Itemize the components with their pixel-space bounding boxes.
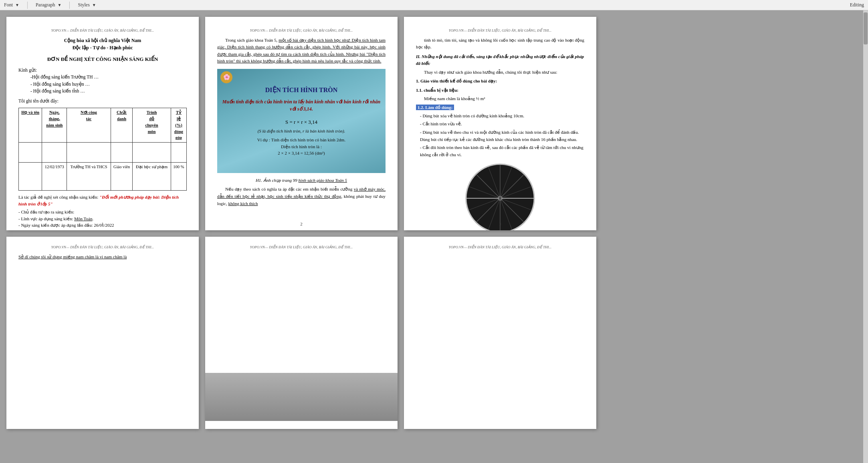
th-trinh-do: Trìnhđộchuyênmôn: [133, 108, 171, 143]
p2-formula: S = r × r × 3,14: [285, 118, 317, 126]
top-row: YOPO.VN— DIỄN ĐÀN TÀI LIỆU, GIÁO ÁN, BÀI…: [0, 10, 868, 237]
p2-content: Trong sách giáo khoa Toán 5, một số bài …: [217, 37, 386, 65]
p3-dash3: - Dùng bút xóa vẽ theo chu vi và một đườ…: [420, 129, 584, 143]
p1-hoi-dong3: - Hội đồng sáng kiến tỉnh …: [30, 88, 187, 95]
th-ho-ten: Họ và tên: [19, 108, 42, 143]
td-ty: [171, 143, 186, 163]
styles-section: Styles ▼: [78, 2, 96, 8]
p2-example-calc: 2 × 2 × 3,14 = 12,56 (dm²): [257, 150, 345, 157]
p2-image-box: 🌸 DIỆN TÍCH HÌNH TRÒN Muốn tính diện tíc…: [217, 69, 386, 173]
page-2: YOPO.VN— DIỄN ĐÀN TÀI LIỆU, GIÁO ÁN, BÀI…: [205, 17, 398, 230]
p1-mon-toan: Môn Toán: [74, 216, 92, 221]
p1-header: YOPO.VN— DIỄN ĐÀN TÀI LIỆU, GIÁO ÁN, BÀI…: [18, 28, 187, 34]
divider1: [27, 2, 28, 9]
p3-item12-text: 1.2. Làm đồ dùng:: [416, 105, 454, 110]
scrollbar-vertical[interactable]: [863, 10, 868, 463]
p2-header: YOPO.VN— DIỄN ĐÀN TÀI LIỆU, GIÁO ÁN, BÀI…: [217, 28, 386, 34]
p3-thay-vi: Thay vì dạy như sách giáo khoa hướng dẫn…: [416, 69, 584, 76]
pages-container: YOPO.VN— DIỄN ĐÀN TÀI LIỆU, GIÁO ÁN, BÀI…: [0, 10, 868, 463]
p4-content-text: Sở dĩ chúng tôi sử dụng miếng nam châm l…: [18, 254, 127, 259]
p1-kinh-gui-label: Kính gửi:: [18, 68, 37, 72]
p1-toi-ghi: Tôi ghi tên dưới đây:: [18, 98, 187, 105]
p5-image-placeholder: [205, 373, 398, 421]
table-row-empty: [19, 143, 187, 163]
divider2: [69, 2, 70, 9]
styles-label: Styles: [78, 2, 89, 8]
p2-image-title: DIỆN TÍCH HÌNH TRÒN: [265, 85, 338, 95]
p3-item1: 1. Giáo viên thiết kế đồ dùng cho bài dạ…: [416, 78, 584, 85]
td-chuc: [111, 143, 132, 163]
page-3: YOPO.VN— DIỄN ĐÀN TÀI LIỆU, GIÁO ÁN, BÀI…: [404, 17, 596, 230]
p1-title-block: Cộng hòa xã hội chủ nghĩa Việt Nam Độc l…: [18, 37, 187, 51]
td-name: [19, 143, 42, 163]
toolbar: Font ▼ Paragraph ▼ Styles ▼ Editing: [0, 0, 868, 10]
p2-logo: 🌸: [220, 71, 232, 83]
p1-hoi-dong1: -Hội đồng sáng kiến Trường TH …: [30, 74, 187, 81]
font-label: Font: [4, 2, 13, 8]
th-chuc-danh: Chứcdanh: [111, 108, 132, 143]
p2-image-caption: H1. Ảnh chụp trang 99 hình sách giáo kho…: [217, 177, 386, 184]
editing-label: Editing: [850, 2, 864, 8]
p3-page-number: 3: [499, 221, 501, 227]
page-4: YOPO.VN— DIỄN ĐÀN TÀI LIỆU, GIÁO ÁN, BÀI…: [6, 237, 199, 429]
p2-example-text: Ví dụ : Tính diện tích hình tròn có bán …: [257, 137, 345, 143]
font-dropdown-icon[interactable]: ▼: [15, 3, 19, 7]
td-date: [42, 143, 67, 163]
page-5: YOPO.VN— DIỄN ĐÀN TÀI LIỆU, GIÁO ÁN, BÀI…: [205, 237, 398, 429]
p3-header: YOPO.VN— DIỄN ĐÀN TÀI LIỆU, GIÁO ÁN, BÀI…: [416, 28, 584, 34]
p2-page-number: 2: [300, 221, 303, 227]
page-1: YOPO.VN— DIỄN ĐÀN TÀI LIỆU, GIÁO ÁN, BÀI…: [6, 17, 199, 230]
td-chuc2: Giáo viên: [111, 163, 132, 191]
p3-section2-title: II. Những nội dung đã cải tiến, sáng tạo…: [416, 53, 584, 67]
td-ty2: 100 %: [171, 163, 186, 191]
th-ngay: Ngày,tháng,năm sinh: [42, 108, 67, 143]
p3-dash2: - Cắt hình tròn vừa vẽ.: [420, 121, 584, 128]
p1-la-tac-gia: Là tác giả đề nghị xét công nhận sáng ki…: [18, 194, 187, 207]
paragraph-section: Paragraph ▼: [36, 2, 62, 8]
p3-content: tinh tò mò, tìm tòi, sáng tạo và không l…: [416, 37, 584, 159]
p3-item12: 1.2. Làm đồ dùng:: [416, 104, 584, 111]
editing-status: Editing: [850, 2, 864, 8]
td-trinh: [133, 143, 171, 163]
bottom-row: YOPO.VN— DIỄN ĐÀN TÀI LIỆU, GIÁO ÁN, BÀI…: [0, 237, 868, 463]
p1-chu-dau: - Chủ đầu tư tạo ra sáng kiến:: [18, 209, 187, 215]
p6-header: YOPO.VN— DIỄN ĐÀN TÀI LIỆU, GIÁO ÁN, BÀI…: [416, 245, 584, 250]
p2-image-subtitle: Muốn tính diện tích của hình tròn ta lấy…: [217, 98, 386, 113]
p2-para2: Nếu dạy theo sách có nghĩa ta áp đặt các…: [217, 186, 386, 207]
main-area: YOPO.VN— DIỄN ĐÀN TÀI LIỆU, GIÁO ÁN, BÀI…: [0, 10, 868, 463]
styles-dropdown-icon[interactable]: ▼: [92, 3, 96, 7]
p3-mieng-nam: Miếng nam châm là khoảng ½ m²: [424, 95, 584, 103]
p2-para1: Trong sách giáo khoa Toán 5, một số bài …: [217, 37, 386, 65]
p3-dash4: - Cắt đôi hình tròn theo bán kính đã vẽ,…: [420, 144, 584, 158]
paragraph-dropdown-icon[interactable]: ▼: [58, 3, 62, 7]
p3-intro: tinh tò mò, tìm tòi, sáng tạo và không l…: [416, 37, 584, 51]
font-section: Font ▼: [4, 2, 19, 8]
p2-example: Ví dụ : Tính diện tích hình tròn có bán …: [257, 137, 345, 157]
page-6: YOPO.VN— DIỄN ĐÀN TÀI LIỆU, GIÁO ÁN, BÀI…: [404, 237, 596, 429]
td-date2: 12/02/1973: [42, 163, 67, 191]
p1-hoi-dong2: - Hội đồng sáng kiến huyện …: [30, 81, 187, 88]
td-name2: [19, 163, 42, 191]
paragraph-label: Paragraph: [36, 2, 55, 8]
th-ty-le: Tỷlệ(%)đónggóp: [171, 108, 186, 143]
th-noi-cong-tac: Nơi côngtác: [67, 108, 111, 143]
td-trinh2: Đại học sư phạm: [133, 163, 171, 191]
td-noi: [67, 143, 111, 163]
p1-table: Họ và tên Ngày,tháng,năm sinh Nơi côngtá…: [18, 108, 187, 191]
p1-main-title: ĐƠN ĐỀ NGHỊ XÉT CÔNG NHẬN SÁNG KIẾN: [18, 55, 187, 63]
p3-dash1: - Dùng bút xóa vẽ hình tròn có đường kín…: [420, 113, 584, 120]
p2-content2: Nếu dạy theo sách có nghĩa ta áp đặt các…: [217, 186, 386, 207]
p4-content: Sở dĩ chúng tôi sử dụng miếng nam châm l…: [18, 254, 187, 261]
p1-subtitle2: Độc lập - Tự do - Hạnh phúc: [18, 44, 187, 51]
p2-formula-note: (S là diện tích hình tròn, r là bán kính…: [258, 128, 345, 135]
p5-header: YOPO.VN— DIỄN ĐÀN TÀI LIỆU, GIÁO ÁN, BÀI…: [217, 245, 386, 250]
td-noi2: Trường TH và THCS: [67, 163, 111, 191]
scrollbar-thumb[interactable]: [864, 12, 868, 44]
p1-kinh-gui: Kính gửi: -Hội đồng sáng kiến Trường TH …: [18, 67, 187, 95]
p1-subtitle1: Cộng hòa xã hội chủ nghĩa Việt Nam: [18, 37, 187, 44]
p1-page-number: 1: [101, 221, 104, 227]
p2-example-result: Diện tích hình tròn là :: [257, 143, 345, 150]
p3-item11: 1.1. chuẩn bị vật liệu:: [416, 87, 584, 94]
table-row-data: 12/02/1973 Trường TH và THCS Giáo viên Đ…: [19, 163, 187, 191]
p4-header: YOPO.VN— DIỄN ĐÀN TÀI LIỆU, GIÁO ÁN, BÀI…: [18, 245, 187, 250]
